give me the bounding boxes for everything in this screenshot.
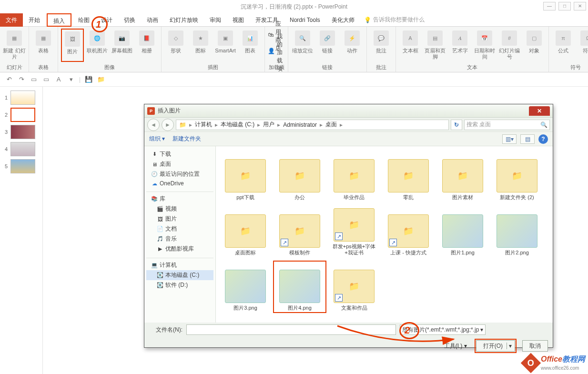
file-item[interactable]: 📁ppt下载 — [219, 150, 272, 202]
my-addins-button[interactable]: 👤我的加载项 — [268, 45, 285, 60]
tree-recent[interactable]: 🕘最近访问的位置 — [146, 169, 213, 179]
search-input[interactable]: 搜索 桌面 🔍 — [464, 120, 550, 130]
photo-album-button[interactable]: 📕相册 — [135, 29, 158, 62]
breadcrumb[interactable]: 📁▸ 计算机▸ 本地磁盘 (C:)▸ 用户▸ Administrator▸ 桌面… — [176, 120, 449, 130]
file-item[interactable]: 📁新建文件夹 (2) — [490, 150, 544, 202]
font-button[interactable]: A — [54, 75, 63, 84]
tree-ddrive[interactable]: 💽软件 (D:) — [146, 280, 213, 290]
tab-slideshow[interactable]: 幻灯片放映 — [164, 13, 204, 27]
powerpoint-icon: P — [147, 107, 155, 115]
file-item[interactable]: 📁毕业作品 — [327, 150, 381, 202]
smartart-button[interactable]: ▣SmartArt — [214, 29, 237, 62]
table-button[interactable]: ▦表格 — [32, 29, 55, 62]
file-item[interactable]: 图片2.png — [490, 205, 544, 258]
tab-animations[interactable]: 动画 — [141, 13, 164, 27]
redo-button[interactable]: ↷ — [17, 75, 26, 84]
qat-icon[interactable]: ▭ — [42, 75, 51, 84]
tree-documents[interactable]: 📄文档 — [146, 224, 213, 234]
file-item[interactable]: 📁零乱 — [382, 150, 435, 202]
file-item[interactable]: 📁桌面图标 — [219, 205, 272, 258]
slide-thumb[interactable]: 2 — [2, 108, 41, 122]
tell-me-search[interactable]: 💡 告诉我你想要做什么 — [360, 16, 425, 24]
headerfooter-button[interactable]: ▤页眉和页脚 — [424, 29, 446, 62]
tree-onedrive[interactable]: ☁OneDrive — [146, 179, 213, 188]
chart-button[interactable]: 📊图表 — [239, 29, 262, 62]
file-item[interactable]: 📁图片素材 — [436, 150, 489, 202]
view-button[interactable]: ▥▾ — [502, 134, 517, 144]
chevron-down-icon[interactable]: ▾ — [507, 343, 514, 349]
file-item[interactable]: 图片1.png — [436, 205, 489, 258]
shapes-button[interactable]: ◇形状 — [164, 29, 187, 62]
slide-thumb[interactable]: 3 — [2, 125, 41, 139]
slide-thumb[interactable]: 5 — [2, 159, 41, 173]
tree-music[interactable]: 🎵音乐 — [146, 234, 213, 244]
pictures-button[interactable]: 🖼图片 — [61, 29, 84, 62]
tab-review[interactable]: 审阅 — [204, 13, 227, 27]
file-item[interactable]: 图片3.png — [219, 261, 272, 313]
tree-cdrive[interactable]: 💽本地磁盘 (C:) — [146, 270, 213, 280]
textbox-button[interactable]: A文本框 — [399, 29, 422, 62]
link-button[interactable]: 🔗链接 — [316, 29, 339, 62]
tree-downloads[interactable]: ⬇下载 — [146, 149, 213, 159]
lightbulb-icon: 💡 — [364, 17, 371, 23]
organize-button[interactable]: 组织 ▾ — [149, 135, 165, 143]
slidenum-button[interactable]: #幻灯片编号 — [498, 29, 521, 62]
maximize-button[interactable]: □ — [558, 2, 571, 10]
qat-icon[interactable]: ▭ — [30, 75, 38, 84]
open-button[interactable]: 打开(O)▾ — [476, 340, 515, 352]
tab-file[interactable]: 文件 — [0, 13, 23, 27]
forward-button[interactable]: ► — [162, 119, 174, 131]
newfolder-button[interactable]: 新建文件夹 — [172, 135, 201, 143]
tree-pictures[interactable]: 🖼图片 — [146, 214, 213, 224]
comment-button[interactable]: 💬批注 — [370, 29, 393, 62]
slide-thumb[interactable]: 1 — [2, 91, 41, 105]
file-item[interactable]: 📁↗上课 - 快捷方式 — [382, 205, 435, 258]
file-item[interactable]: 📁办公 — [273, 150, 326, 202]
tab-insert[interactable]: 插入 — [47, 13, 71, 27]
save-button[interactable]: 💾 — [84, 75, 93, 84]
object-button[interactable]: ▢对象 — [523, 29, 546, 62]
file-item[interactable]: 📁↗群发+ps视频+字体+我证书 — [327, 205, 381, 258]
online-pictures-button[interactable]: 🌐联机图片 — [86, 29, 109, 62]
close-button[interactable]: ✕ — [574, 2, 586, 10]
undo-button[interactable]: ↶ — [5, 75, 13, 84]
tree-computer[interactable]: 💻计算机 — [146, 260, 213, 270]
tab-beautify[interactable]: 美化大师 — [326, 13, 360, 27]
tree-desktop[interactable]: 🖥桌面 — [146, 159, 213, 169]
slide-thumb[interactable]: 4 — [2, 142, 41, 156]
back-button[interactable]: ◄ — [147, 119, 160, 131]
tools-button[interactable]: 工具(L) ▾ — [444, 342, 467, 350]
file-label: 上课 - 快捷方式 — [390, 250, 426, 256]
symbol-button[interactable]: Ω符号 — [577, 29, 588, 62]
tab-draw[interactable]: 绘图 — [72, 13, 95, 27]
help-button[interactable]: ? — [538, 134, 548, 144]
action-button[interactable]: ⚡动作 — [341, 29, 364, 62]
dialog-close-button[interactable]: ✕ — [529, 106, 550, 116]
tab-home[interactable]: 开始 — [23, 13, 46, 27]
filetype-filter[interactable]: 所有图片(*.emf;*.wmf;*.jpg;*.jp▾ — [400, 324, 486, 335]
file-item[interactable]: 📁↗文案和作品 — [327, 261, 381, 313]
file-item[interactable]: 图片4.png — [273, 261, 326, 313]
tree-videos[interactable]: 🎬视频 — [146, 204, 213, 214]
filename-input[interactable] — [186, 324, 396, 335]
new-slide-button[interactable]: ▦新建 幻灯片 — [3, 29, 26, 62]
tab-view[interactable]: 视图 — [227, 13, 250, 27]
tab-transitions[interactable]: 切换 — [118, 13, 141, 27]
minimize-button[interactable]: — — [543, 2, 556, 10]
preview-button[interactable]: ▤ — [520, 134, 535, 144]
equation-button[interactable]: π公式 — [552, 29, 575, 62]
wordart-button[interactable]: 𝑨艺术字 — [448, 29, 471, 62]
qat-icon[interactable]: ▾ — [67, 75, 75, 84]
screenshot-button[interactable]: 📷屏幕截图 — [111, 29, 133, 62]
tab-design[interactable]: 设计 — [95, 13, 118, 27]
tree-youku[interactable]: ▶优酷影视库 — [146, 244, 213, 254]
folder-button[interactable]: 📁 — [97, 75, 105, 84]
tree-libraries[interactable]: 📚库 — [146, 194, 213, 204]
zoom-button[interactable]: 🔍缩放定位 — [291, 29, 314, 62]
file-item[interactable]: 📁↗模板制作 — [273, 205, 326, 258]
cancel-button[interactable]: 取消 — [522, 340, 548, 352]
datetime-button[interactable]: 📅日期和时间 — [473, 29, 496, 62]
refresh-button[interactable]: ↻ — [451, 120, 462, 130]
tab-nordri[interactable]: Nordri Tools — [284, 13, 326, 27]
icons-button[interactable]: ★图标 — [189, 29, 212, 62]
